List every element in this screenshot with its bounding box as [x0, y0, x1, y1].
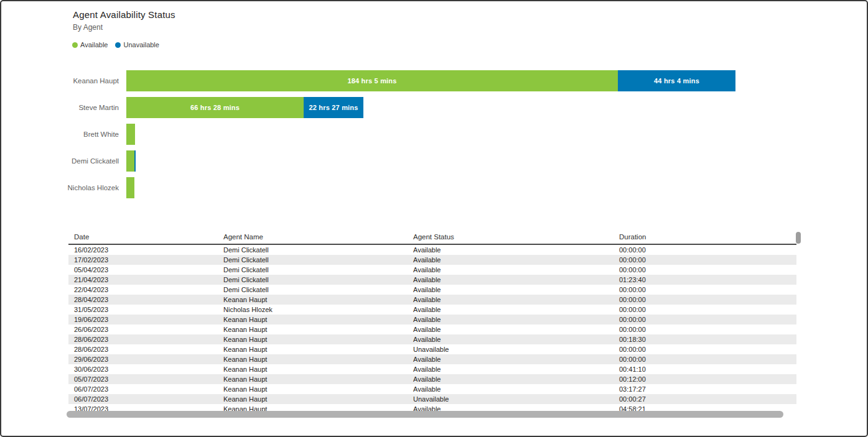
bar-segment-unavailable[interactable]: 22 hrs 27 mins [304, 97, 363, 118]
table-cell: 21/04/2023 [74, 275, 223, 285]
table-row[interactable]: 05/07/2023Keanan HauptAvailable00:12:00 [68, 374, 796, 384]
table-cell: Keanan Haupt [223, 344, 413, 354]
table-cell: Keanan Haupt [223, 364, 413, 374]
table-cell: 28/04/2023 [74, 295, 223, 305]
table-row[interactable]: 26/06/2023Keanan HauptAvailable00:00:00 [68, 324, 796, 334]
column-header-date: Date [74, 231, 223, 244]
table-cell: Keanan Haupt [223, 354, 413, 364]
page-title: Agent Availability Status [73, 9, 175, 20]
table-cell: Available [413, 295, 619, 305]
report-canvas: Agent Availability Status By Agent Avail… [0, 0, 868, 437]
table-cell: 00:00:00 [619, 324, 796, 334]
table-body: 16/02/2023Demi ClickatellAvailable00:00:… [68, 245, 796, 414]
table-cell: 22/04/2023 [74, 285, 223, 295]
table-cell: Available [413, 255, 619, 265]
table-cell: Unavailable [413, 344, 619, 354]
table-cell: 26/06/2023 [74, 324, 223, 334]
table-row[interactable]: 22/04/2023Demi ClickatellAvailable00:00:… [68, 285, 796, 295]
table-cell: Keanan Haupt [223, 315, 413, 324]
table-row[interactable]: 17/02/2023Demi ClickatellAvailable00:00:… [68, 255, 796, 265]
page-subtitle: By Agent [73, 23, 175, 32]
table-row[interactable]: 29/06/2023Keanan HauptAvailable00:00:00 [68, 354, 796, 364]
table-cell: 00:00:00 [619, 255, 796, 265]
table-cell: 00:00:00 [619, 245, 796, 255]
bar-segment-available[interactable] [126, 124, 135, 145]
table-cell: Available [413, 324, 619, 334]
availability-table: DateAgent NameAgent StatusDuration 16/02… [68, 231, 796, 416]
table-cell: Available [413, 374, 619, 384]
table-row[interactable]: 31/05/2023Nicholas HlozekAvailable00:00:… [68, 305, 796, 315]
table-cell: Available [413, 265, 619, 275]
bar-segment-available[interactable] [126, 177, 134, 198]
bar-segment-available[interactable]: 184 hrs 5 mins [126, 70, 618, 91]
bar-value-label: 66 hrs 28 mins [190, 104, 240, 111]
table-cell: 00:00:00 [619, 354, 796, 364]
table-cell: Available [413, 305, 619, 315]
column-header-agent-status: Agent Status [413, 231, 619, 244]
table-cell: Demi Clickatell [223, 285, 413, 295]
table-cell: 06/07/2023 [74, 394, 223, 404]
category-label: Steve Martin [1, 97, 126, 118]
table-cell: Demi Clickatell [223, 255, 413, 265]
table-row[interactable]: 06/07/2023Keanan HauptUnavailable00:00:2… [68, 394, 796, 404]
table-cell: Keanan Haupt [223, 295, 413, 305]
legend-item-unavailable[interactable]: Unavailable [115, 41, 159, 48]
table-cell: 00:00:00 [619, 265, 796, 275]
table-cell: Available [413, 384, 619, 394]
legend-item-available[interactable]: Available [72, 41, 108, 48]
table-cell: 00:00:27 [619, 394, 796, 404]
table-header-row: DateAgent NameAgent StatusDuration [68, 231, 796, 245]
table-cell: Available [413, 245, 619, 255]
chart-row: Demi Clickatell [1, 150, 136, 172]
column-header-agent-name: Agent Name [223, 231, 413, 244]
table-cell: 30/06/2023 [74, 364, 223, 374]
chart-row: Brett White [1, 124, 135, 145]
table-row[interactable]: 28/06/2023Keanan HauptUnavailable00:00:0… [68, 344, 796, 354]
table-row[interactable]: 05/04/2023Demi ClickatellAvailable00:00:… [68, 265, 796, 275]
table-row[interactable]: 16/02/2023Demi ClickatellAvailable00:00:… [68, 245, 796, 255]
table-row[interactable]: 19/06/2023Keanan HauptAvailable00:00:00 [68, 315, 796, 324]
bar-value-label: 184 hrs 5 mins [347, 77, 396, 85]
bar-segment-unavailable[interactable] [134, 150, 136, 172]
table-cell: 28/06/2023 [74, 334, 223, 344]
table-cell: 31/05/2023 [74, 305, 223, 315]
vertical-scrollbar-thumb[interactable] [796, 232, 801, 244]
table-cell: Keanan Haupt [223, 374, 413, 384]
table-row[interactable]: 06/07/2023Keanan HauptAvailable03:17:27 [68, 384, 796, 394]
table-cell: Available [413, 275, 619, 285]
chart-legend: AvailableUnavailable [72, 41, 159, 48]
table-cell: Demi Clickatell [223, 275, 413, 285]
table-cell: Keanan Haupt [223, 384, 413, 394]
horizontal-scrollbar-thumb[interactable] [67, 411, 783, 418]
bar-segment-unavailable[interactable]: 44 hrs 4 mins [618, 70, 735, 91]
table-cell: 01:23:40 [619, 275, 796, 285]
table-cell: 05/07/2023 [74, 374, 223, 384]
chart-row: Keanan Haupt184 hrs 5 mins44 hrs 4 mins [1, 70, 735, 91]
table-cell: 06/07/2023 [74, 384, 223, 394]
table-row[interactable]: 28/04/2023Keanan HauptAvailable00:00:00 [68, 295, 796, 305]
table-row[interactable]: 21/04/2023Demi ClickatellAvailable01:23:… [68, 275, 796, 285]
table-cell: Keanan Haupt [223, 394, 413, 404]
legend-dot-icon [72, 42, 78, 48]
table-cell: 03:17:27 [619, 384, 796, 394]
table-cell: 05/04/2023 [74, 265, 223, 275]
table-row[interactable]: 30/06/2023Keanan HauptAvailable00:41:10 [68, 364, 796, 374]
category-label: Keanan Haupt [1, 70, 126, 91]
bar-segment-available[interactable]: 66 hrs 28 mins [126, 97, 304, 118]
bar-segment-available[interactable] [126, 150, 134, 172]
table-cell: Keanan Haupt [223, 334, 413, 344]
table-cell: 00:00:00 [619, 315, 796, 324]
table-cell: 00:00:00 [619, 344, 796, 354]
legend-dot-icon [115, 42, 121, 48]
chart-row: Nicholas Hlozek [1, 177, 134, 198]
category-label: Brett White [1, 124, 126, 145]
table-cell: 17/02/2023 [74, 255, 223, 265]
table-cell: 00:00:00 [619, 305, 796, 315]
category-label: Demi Clickatell [1, 150, 126, 172]
table-cell: 00:18:30 [619, 334, 796, 344]
table-cell: Available [413, 354, 619, 364]
table-cell: 00:00:00 [619, 285, 796, 295]
table-row[interactable]: 28/06/2023Keanan HauptAvailable00:18:30 [68, 334, 796, 344]
bar-value-label: 22 hrs 27 mins [309, 104, 358, 111]
table-cell: Unavailable [413, 394, 619, 404]
